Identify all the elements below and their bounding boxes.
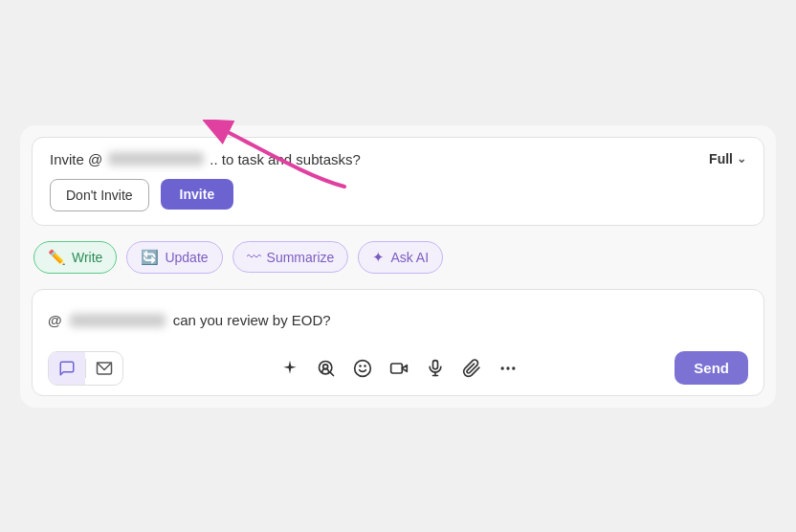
send-button[interactable]: Send <box>674 351 748 385</box>
svg-point-13 <box>506 366 509 369</box>
more-icon <box>498 359 518 378</box>
invite-title-suffix: .. to task and subtasks? <box>210 151 361 167</box>
dont-invite-button[interactable]: Don't Invite <box>50 179 149 211</box>
mail-icon <box>96 360 113 377</box>
action-icons-row <box>129 355 669 382</box>
summarize-pill[interactable]: 〰 Summarize <box>232 241 349 273</box>
update-icon: 🔄 <box>141 249 159 266</box>
sparkle-icon: ✦ <box>372 249 385 266</box>
write-icon: ✏️ <box>48 249 66 266</box>
invite-top-row: Invite @ .. to task and subtasks? Full ⌄ <box>50 151 746 167</box>
invite-buttons-row: Don't Invite Invite <box>50 179 746 211</box>
update-label: Update <box>165 250 208 265</box>
invite-button[interactable]: Invite <box>161 179 234 210</box>
svg-rect-8 <box>391 364 403 373</box>
svg-point-12 <box>501 366 504 369</box>
sparkle-button[interactable] <box>275 355 305 382</box>
mic-button[interactable] <box>420 355 451 382</box>
svg-point-5 <box>355 360 371 376</box>
invite-username-blurred <box>108 152 204 166</box>
write-pill[interactable]: ✏️ Write <box>33 241 117 274</box>
chat-icon <box>58 360 76 377</box>
invite-title-prefix: Invite @ <box>50 151 102 167</box>
video-button[interactable] <box>384 355 414 382</box>
attach-button[interactable] <box>456 355 487 382</box>
summarize-label: Summarize <box>267 250 335 265</box>
compose-text: @ can you review by EOD? <box>48 303 748 338</box>
action-group-left <box>48 351 123 386</box>
compose-username-blurred <box>70 314 166 327</box>
svg-point-14 <box>512 366 515 369</box>
at-symbol: @ <box>48 312 62 328</box>
svg-rect-9 <box>433 360 438 368</box>
toolbar-row: ✏️ Write 🔄 Update 〰 Summarize ✦ Ask AI <box>32 237 764 277</box>
summarize-icon: 〰 <box>247 249 261 265</box>
askai-pill[interactable]: ✦ Ask AI <box>358 241 443 274</box>
compose-message: can you review by EOD? <box>173 312 331 328</box>
askai-label: Ask AI <box>390 250 429 265</box>
sparkle-icon <box>280 359 299 378</box>
invite-title: Invite @ .. to task and subtasks? <box>50 151 361 167</box>
search-user-button[interactable] <box>311 355 342 382</box>
compose-actions: Send <box>48 351 748 386</box>
update-pill[interactable]: 🔄 Update <box>126 241 222 274</box>
chat-icon-button[interactable] <box>49 352 85 385</box>
compose-area: @ can you review by EOD? <box>32 289 764 396</box>
emoji-icon <box>353 359 372 378</box>
video-icon <box>389 359 409 378</box>
write-label: Write <box>72 250 102 265</box>
more-button[interactable] <box>493 355 523 382</box>
attach-icon <box>462 359 481 378</box>
permission-dropdown[interactable]: Full ⌄ <box>709 151 746 166</box>
main-container: Invite @ .. to task and subtasks? Full ⌄… <box>20 125 776 408</box>
permission-label: Full <box>709 151 733 166</box>
invite-banner: Invite @ .. to task and subtasks? Full ⌄… <box>32 137 764 226</box>
search-user-icon <box>317 359 336 378</box>
mic-icon <box>426 359 445 378</box>
mail-icon-button[interactable] <box>86 352 122 385</box>
emoji-button[interactable] <box>347 355 378 382</box>
svg-line-3 <box>330 371 334 375</box>
chevron-down-icon: ⌄ <box>737 152 746 166</box>
